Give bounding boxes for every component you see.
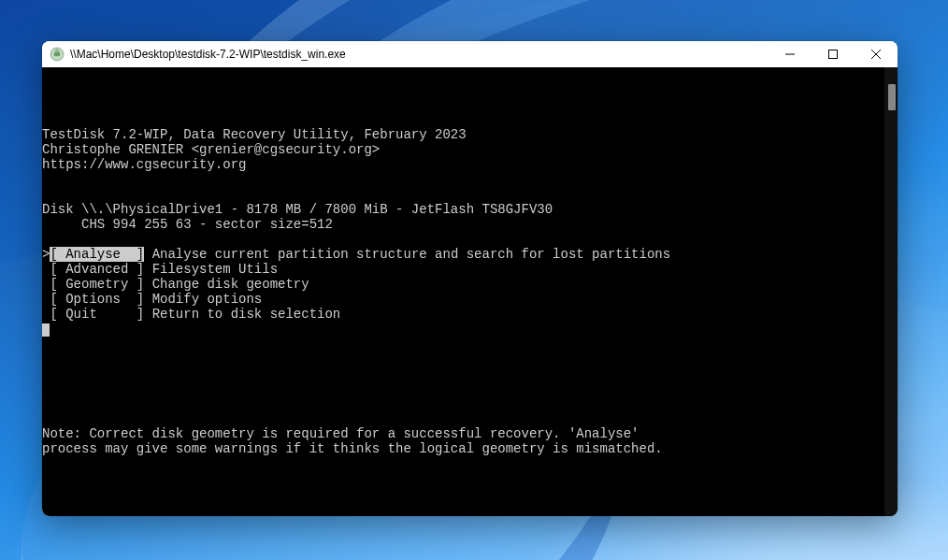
header-line: TestDisk 7.2-WIP, Data Recovery Utility,… (42, 127, 467, 142)
maximize-button[interactable] (812, 41, 855, 67)
app-icon (50, 47, 65, 62)
application-window: \\Mac\Home\Desktop\testdisk-7.2-WIP\test… (42, 41, 898, 516)
disk-info-line: Disk \\.\PhysicalDrive1 - 8178 MB / 7800… (42, 202, 553, 217)
titlebar[interactable]: \\Mac\Home\Desktop\testdisk-7.2-WIP\test… (42, 41, 898, 67)
scrollbar-thumb[interactable] (888, 84, 896, 110)
note-line: process may give some warnings if it thi… (42, 441, 663, 456)
window-title: \\Mac\Home\Desktop\testdisk-7.2-WIP\test… (70, 48, 768, 61)
menu-item-geometry[interactable]: [ Geometry ] Change disk geometry (42, 277, 309, 292)
close-button[interactable] (855, 41, 898, 67)
header-line: Christophe GRENIER <grenier@cgsecurity.o… (42, 142, 380, 157)
window-controls (768, 41, 898, 67)
menu-item-options[interactable]: [ Options ] Modify options (42, 292, 262, 307)
svg-rect-3 (829, 50, 838, 59)
menu-item-advanced[interactable]: [ Advanced ] Filesystem Utils (42, 262, 278, 277)
svg-rect-1 (54, 52, 60, 56)
header-line: https://www.cgsecurity.org (42, 157, 246, 172)
menu-item-quit[interactable]: [ Quit ] Return to disk selection (42, 307, 340, 322)
note-line: Note: Correct disk geometry is required … (42, 426, 639, 441)
text-cursor (42, 323, 50, 337)
minimize-button[interactable] (768, 41, 812, 67)
menu-item-analyse[interactable]: >[ Analyse ] Analyse current partition s… (42, 247, 670, 262)
scrollbar-track[interactable] (884, 67, 898, 516)
console-area[interactable]: TestDisk 7.2-WIP, Data Recovery Utility,… (42, 67, 898, 516)
disk-info-line: CHS 994 255 63 - sector size=512 (42, 217, 333, 232)
